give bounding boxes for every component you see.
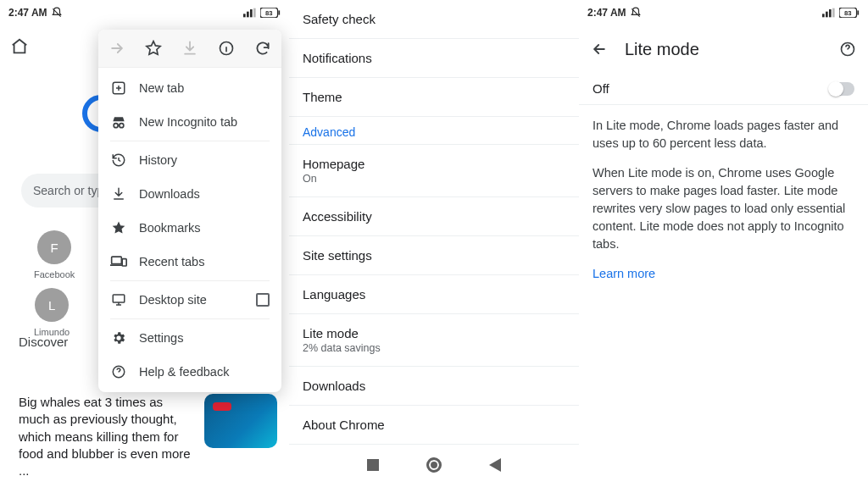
home-icon[interactable]	[10, 37, 29, 56]
setting-accessibility[interactable]: Accessibility	[289, 197, 579, 236]
status-bar: 2:47 AM 83	[579, 0, 868, 25]
svg-rect-5	[278, 10, 280, 14]
svg-point-9	[114, 124, 118, 128]
discover-article[interactable]: Big whales eat 3 times as much as previo…	[19, 394, 277, 479]
page-title: Lite mode	[625, 40, 822, 59]
lite-mode-toggle[interactable]	[829, 82, 854, 96]
signal-icon	[822, 8, 836, 18]
android-navbar	[289, 448, 579, 482]
svg-rect-20	[857, 10, 859, 14]
svg-point-10	[120, 124, 124, 128]
svg-rect-12	[122, 259, 126, 266]
svg-text:83: 83	[844, 9, 852, 17]
panel-chrome-settings: Safety check Notifications Theme Advance…	[289, 0, 579, 487]
svg-rect-16	[826, 12, 828, 18]
menu-history[interactable]: History	[98, 143, 281, 177]
menu-separator	[110, 280, 270, 281]
toggle-label: Off	[593, 81, 609, 96]
battery-icon: 83	[260, 8, 281, 18]
help-icon	[110, 363, 127, 380]
menu-desktop-site[interactable]: Desktop site	[98, 283, 281, 317]
shortcut-avatar: F	[37, 230, 71, 264]
dnd-icon	[630, 7, 642, 19]
setting-homepage[interactable]: Homepage On	[289, 145, 579, 197]
menu-downloads[interactable]: Downloads	[98, 177, 281, 211]
setting-about-chrome[interactable]: About Chrome	[289, 406, 579, 445]
monitor-icon	[110, 291, 127, 308]
svg-rect-18	[832, 8, 835, 18]
shortcut-avatar: L	[35, 288, 69, 322]
home-button[interactable]	[426, 457, 442, 473]
status-time: 2:47 AM	[587, 7, 626, 19]
download-icon[interactable]	[171, 30, 208, 67]
menu-help[interactable]: Help & feedback	[98, 355, 281, 389]
setting-site-settings[interactable]: Site settings	[289, 236, 579, 275]
devices-icon	[110, 253, 127, 270]
menu-bookmarks[interactable]: Bookmarks	[98, 211, 281, 245]
setting-lite-mode[interactable]: Lite mode 2% data savings	[289, 314, 579, 367]
svg-rect-3	[253, 8, 256, 18]
battery-icon: 83	[839, 8, 860, 18]
svg-rect-1	[247, 12, 249, 18]
shortcut-limundo[interactable]: L Limundo	[34, 288, 70, 337]
setting-safety-check[interactable]: Safety check	[289, 0, 579, 39]
back-button[interactable]	[489, 458, 501, 472]
star-filled-icon	[110, 219, 127, 236]
status-bar: 2:47 AM 83	[0, 0, 289, 25]
article-headline: Big whales eat 3 times as much as previo…	[19, 394, 196, 479]
svg-rect-15	[822, 14, 825, 17]
plus-square-icon	[110, 80, 127, 97]
star-icon[interactable]	[135, 30, 171, 67]
back-icon[interactable]	[591, 41, 608, 58]
history-icon	[110, 152, 127, 169]
info-icon[interactable]	[209, 30, 245, 67]
lite-mode-toggle-row[interactable]: Off	[579, 73, 868, 105]
svg-rect-17	[829, 9, 832, 17]
recents-button[interactable]	[367, 459, 379, 471]
svg-text:83: 83	[265, 9, 273, 17]
menu-recent-tabs[interactable]: Recent tabs	[98, 245, 281, 279]
setting-languages[interactable]: Languages	[289, 275, 579, 314]
help-icon[interactable]	[839, 41, 856, 58]
menu-separator	[110, 318, 270, 319]
menu-settings[interactable]: Settings	[98, 321, 281, 355]
svg-rect-0	[243, 14, 246, 17]
overflow-menu: New tab New Incognito tab History Downlo…	[98, 30, 281, 392]
svg-rect-13	[113, 295, 125, 302]
discover-heading: Discover	[19, 335, 68, 349]
panel-chrome-home: 2:47 AM 83 Search or type F Facebook L L…	[0, 0, 289, 487]
gear-icon	[110, 329, 127, 346]
svg-rect-11	[112, 257, 122, 263]
menu-new-tab[interactable]: New tab	[98, 71, 281, 105]
lite-mode-appbar: Lite mode	[579, 25, 868, 73]
setting-theme[interactable]: Theme	[289, 78, 579, 117]
svg-rect-2	[250, 9, 253, 17]
shortcut-facebook[interactable]: F Facebook	[34, 230, 75, 279]
desktop-site-checkbox[interactable]	[256, 293, 270, 307]
shortcut-label: Facebook	[34, 269, 75, 279]
article-thumbnail	[204, 394, 277, 448]
menu-incognito[interactable]: New Incognito tab	[98, 105, 281, 139]
refresh-icon[interactable]	[245, 30, 281, 67]
incognito-icon	[110, 113, 127, 130]
download-icon	[110, 185, 127, 202]
signal-icon	[243, 8, 257, 18]
learn-more-link[interactable]: Learn more	[593, 265, 854, 283]
settings-section-advanced: Advanced	[289, 117, 579, 145]
menu-separator	[110, 141, 270, 141]
forward-icon[interactable]	[98, 30, 135, 67]
lite-mode-description: In Lite mode, Chrome loads pages faster …	[579, 105, 868, 307]
dnd-icon	[51, 7, 63, 19]
panel-lite-mode: 2:47 AM 83 Lite mode Off In Lite mode, C…	[579, 0, 868, 487]
status-time: 2:47 AM	[8, 7, 47, 19]
setting-downloads[interactable]: Downloads	[289, 367, 579, 406]
setting-notifications[interactable]: Notifications	[289, 39, 579, 78]
